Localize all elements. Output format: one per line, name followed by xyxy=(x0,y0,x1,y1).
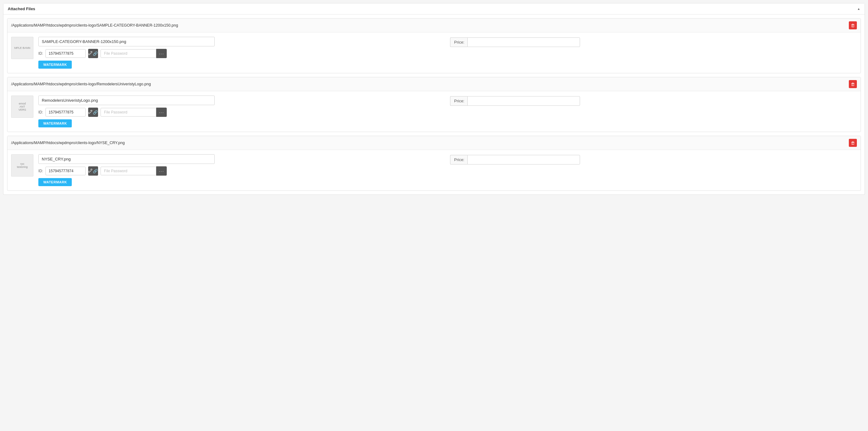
watermark-row-1: WATERMARK xyxy=(38,119,445,127)
svg-rect-3 xyxy=(854,25,854,27)
file-body-0: MPLE BANN ID: 🔗 xyxy=(7,32,861,73)
id-label-1: ID: xyxy=(38,110,43,114)
file-path-1: /Applications/MAMP/htdocs/wpdmpro/client… xyxy=(11,82,151,86)
file-thumbnail-2: ryo testoring xyxy=(11,154,33,176)
file-section-0: /Applications/MAMP/htdocs/wpdmpro/client… xyxy=(7,18,861,73)
file-section-1: /Applications/MAMP/htdocs/wpdmpro/client… xyxy=(7,77,861,132)
panel-header: Attached Files ▲ xyxy=(3,3,865,14)
price-section-1: Price: xyxy=(450,96,580,106)
file-body-2: ryo testoring ID: 🔗 xyxy=(7,150,861,191)
row-inline-2: ID: 🔗 ··· xyxy=(38,166,445,176)
svg-rect-1 xyxy=(852,24,854,24)
id-value-input-1[interactable] xyxy=(45,108,86,117)
attached-files-panel: Attached Files ▲ /Applications/MAMP/htdo… xyxy=(3,3,865,195)
watermark-button-2[interactable]: WATERMARK xyxy=(38,178,72,186)
file-thumbnail-1: emod ANT VERS xyxy=(11,96,33,118)
svg-rect-2 xyxy=(851,25,852,27)
file-controls-2: ID: 🔗 ··· xyxy=(38,154,445,186)
price-section-container-0: Price: xyxy=(450,37,857,47)
svg-rect-15 xyxy=(852,141,854,142)
price-input-1[interactable] xyxy=(467,96,580,106)
thumbnail-text-2: ryo testoring xyxy=(16,161,29,170)
password-input-2[interactable] xyxy=(100,167,156,175)
price-section-2: Price: xyxy=(450,155,580,164)
file-body-1: emod ANT VERS ID: 🔗 xyxy=(7,91,861,132)
delete-button-0[interactable] xyxy=(849,21,857,29)
price-input-0[interactable] xyxy=(467,37,580,47)
password-group-0: ··· xyxy=(100,49,167,58)
more-button-2[interactable]: ··· xyxy=(156,166,167,176)
file-controls-0: ID: 🔗 ··· xyxy=(38,37,445,69)
id-value-input-0[interactable] xyxy=(45,49,86,58)
collapse-icon[interactable]: ▲ xyxy=(857,7,860,10)
watermark-button-0[interactable]: WATERMARK xyxy=(38,61,72,69)
watermark-row-2: WATERMARK xyxy=(38,178,445,186)
watermark-row-0: WATERMARK xyxy=(38,61,445,69)
svg-rect-7 xyxy=(851,83,855,84)
svg-rect-8 xyxy=(852,82,854,83)
password-input-1[interactable] xyxy=(100,108,156,117)
id-label-2: ID: xyxy=(38,169,43,173)
id-value-input-2[interactable] xyxy=(45,167,86,175)
price-label-2: Price: xyxy=(450,155,467,164)
more-button-1[interactable]: ··· xyxy=(156,108,167,117)
price-section-container-1: Price: xyxy=(450,96,857,106)
svg-rect-19 xyxy=(852,142,853,145)
link-button-2[interactable]: 🔗 xyxy=(88,166,98,176)
file-name-input-0[interactable] xyxy=(38,37,215,46)
password-group-2: ··· xyxy=(100,166,167,176)
delete-button-2[interactable] xyxy=(849,139,857,147)
price-input-2[interactable] xyxy=(467,155,580,164)
file-controls-1: ID: 🔗 ··· xyxy=(38,96,445,127)
svg-rect-20 xyxy=(852,142,854,142)
thumbnail-text-0: MPLE BANN xyxy=(13,45,32,51)
panel-title: Attached Files xyxy=(8,6,35,11)
svg-rect-14 xyxy=(851,142,855,142)
svg-rect-13 xyxy=(852,84,854,84)
price-label-1: Price: xyxy=(450,96,467,106)
file-section-2: /Applications/MAMP/htdocs/wpdmpro/client… xyxy=(7,136,861,191)
file-thumbnail-0: MPLE BANN xyxy=(11,37,33,59)
password-input-0[interactable] xyxy=(100,49,156,58)
more-button-0[interactable]: ··· xyxy=(156,49,167,58)
svg-rect-16 xyxy=(851,142,852,145)
svg-rect-6 xyxy=(852,25,854,25)
svg-rect-5 xyxy=(852,25,853,27)
price-section-0: Price: xyxy=(450,37,580,47)
link-button-0[interactable]: 🔗 xyxy=(88,49,98,58)
file-header-1: /Applications/MAMP/htdocs/wpdmpro/client… xyxy=(7,77,861,91)
row-inline-0: ID: 🔗 ··· xyxy=(38,49,445,58)
watermark-button-1[interactable]: WATERMARK xyxy=(38,119,72,127)
file-header-2: /Applications/MAMP/htdocs/wpdmpro/client… xyxy=(7,136,861,150)
delete-button-1[interactable] xyxy=(849,80,857,88)
files-container: /Applications/MAMP/htdocs/wpdmpro/client… xyxy=(3,18,865,191)
price-section-container-2: Price: xyxy=(450,154,857,164)
svg-rect-12 xyxy=(852,84,853,86)
svg-rect-10 xyxy=(854,84,854,86)
svg-rect-17 xyxy=(854,142,854,145)
row-inline-1: ID: 🔗 ··· xyxy=(38,108,445,117)
file-header-0: /Applications/MAMP/htdocs/wpdmpro/client… xyxy=(7,19,861,32)
file-name-input-1[interactable] xyxy=(38,96,215,105)
password-group-1: ··· xyxy=(100,108,167,117)
svg-rect-9 xyxy=(851,84,852,86)
thumbnail-text-1: emod ANT VERS xyxy=(17,101,28,112)
file-path-0: /Applications/MAMP/htdocs/wpdmpro/client… xyxy=(11,23,178,28)
price-label-0: Price: xyxy=(450,37,467,47)
id-label-0: ID: xyxy=(38,51,43,56)
file-name-input-2[interactable] xyxy=(38,154,215,164)
file-path-2: /Applications/MAMP/htdocs/wpdmpro/client… xyxy=(11,141,125,145)
link-button-1[interactable]: 🔗 xyxy=(88,108,98,117)
